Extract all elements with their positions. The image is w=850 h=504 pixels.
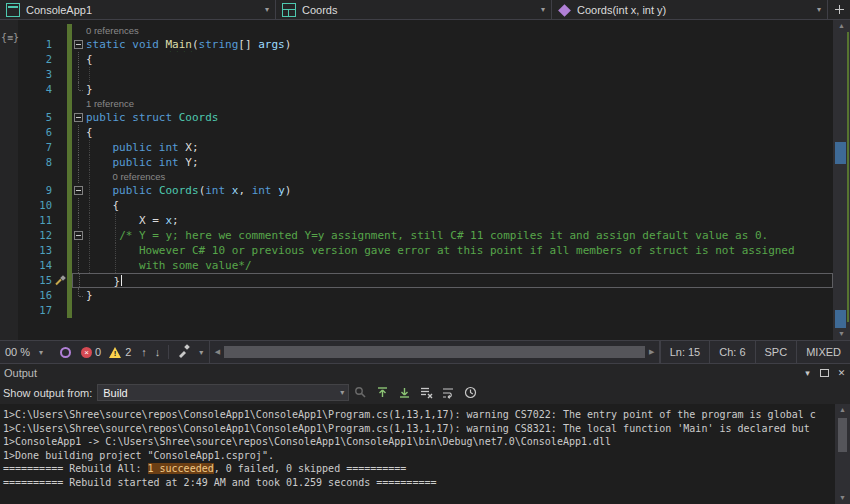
horizontal-scrollbar[interactable]: ◀ ▶ xyxy=(209,341,659,363)
codelens-row: 0 references xyxy=(0,24,833,37)
code-text: public Coords(int x, int y) xyxy=(86,183,833,198)
find-message-icon[interactable] xyxy=(350,383,371,402)
output-scrollbar[interactable]: ▲ ▼ xyxy=(835,404,850,504)
goto-next-message-icon[interactable] xyxy=(394,383,415,402)
code-cleanup-icon[interactable] xyxy=(177,344,191,360)
code-text: 0 references xyxy=(86,170,833,183)
horizontal-scrollbar-thumb[interactable] xyxy=(224,346,644,358)
line-number: 12 xyxy=(0,228,58,243)
code-line[interactable]: 8 public int Y; xyxy=(0,155,833,170)
code-line[interactable]: 12 /* Y = y; here we commented Y=y assig… xyxy=(0,228,833,243)
scroll-left-icon[interactable]: ◀ xyxy=(210,341,224,363)
column-indicator[interactable]: Ch: 6 xyxy=(709,341,754,363)
code-line[interactable]: 14 with some value*/ xyxy=(0,258,833,273)
scroll-down-icon[interactable]: ▼ xyxy=(833,329,850,339)
collapse-box-icon[interactable] xyxy=(74,40,83,49)
codelens-label[interactable]: 0 references xyxy=(86,170,165,183)
toggle-word-wrap-icon[interactable] xyxy=(438,383,459,402)
outlining-margin xyxy=(72,258,86,273)
code-line[interactable]: 13 However C# 10 or previous version gav… xyxy=(0,243,833,258)
chevron-down-icon: ▾ xyxy=(33,348,49,357)
warning-count[interactable]: 2 xyxy=(122,346,137,358)
indentation-indicator[interactable]: SPC xyxy=(755,341,797,363)
method-icon xyxy=(558,4,571,17)
code-editor[interactable]: {≡} 0 references1static void Main(string… xyxy=(0,20,850,340)
quick-actions-icon[interactable] xyxy=(55,275,66,286)
collapse-box-icon[interactable] xyxy=(74,231,83,240)
previous-issue-icon[interactable]: ↑ xyxy=(137,346,151,358)
code-text: public int Y; xyxy=(86,155,833,170)
member-dropdown[interactable]: Coords(int x, int y) ▾ xyxy=(552,0,828,19)
indent-guide xyxy=(89,198,90,213)
codelens-label[interactable]: 1 reference xyxy=(86,97,134,110)
visual-studio-window: ConsoleApp1 ▾ Coords ▾ Coords(int x, int… xyxy=(0,0,850,504)
float-window-icon[interactable] xyxy=(816,365,833,380)
line-number: 17 xyxy=(0,303,58,318)
code-line[interactable]: 2{ xyxy=(0,52,833,67)
csharp-project-icon xyxy=(6,3,20,17)
warning-icon[interactable] xyxy=(109,347,122,358)
collapse-box-icon[interactable] xyxy=(74,113,83,122)
code-line[interactable]: 3 xyxy=(0,67,833,82)
clear-all-icon[interactable] xyxy=(416,383,437,402)
code-line[interactable]: 7 public int X; xyxy=(0,140,833,155)
output-source-combobox[interactable]: Build ▾ xyxy=(97,384,349,401)
code-line[interactable]: 11 X = x; xyxy=(0,213,833,228)
type-dropdown[interactable]: Coords ▾ xyxy=(276,0,552,19)
indent-guide xyxy=(89,170,90,183)
chevron-down-icon[interactable]: ▾ xyxy=(799,365,816,380)
line-number: 10 xyxy=(0,198,58,213)
line-number xyxy=(0,170,58,183)
line-indicator[interactable]: Ln: 15 xyxy=(660,341,710,363)
collapse-box-icon[interactable] xyxy=(74,186,83,195)
outlining-margin xyxy=(72,82,86,97)
document-health-icon[interactable] xyxy=(60,347,71,358)
line-number: 14 xyxy=(0,258,58,273)
output-scrollbar-thumb[interactable] xyxy=(838,418,847,452)
scrollbar-marker xyxy=(835,142,846,164)
line-number: 4 xyxy=(0,82,58,97)
error-icon[interactable]: × xyxy=(81,347,92,358)
line-number xyxy=(0,24,58,37)
scroll-down-icon[interactable]: ▼ xyxy=(835,493,850,503)
outlining-margin xyxy=(72,24,86,37)
code-line[interactable]: 1static void Main(string[] args) xyxy=(0,37,833,52)
output-line: ========== Rebuild All: 1 succeeded, 0 f… xyxy=(3,462,834,476)
zoom-control[interactable]: 00 % ▾ xyxy=(0,346,54,358)
code-line[interactable]: 16} xyxy=(0,288,833,303)
line-ending-indicator[interactable]: MIXED xyxy=(796,341,850,363)
scroll-up-icon[interactable]: ▲ xyxy=(833,21,850,31)
scroll-right-icon[interactable]: ▶ xyxy=(645,341,659,363)
vertical-scrollbar[interactable]: ▲ ▼ xyxy=(833,20,850,340)
project-dropdown[interactable]: ConsoleApp1 ▾ xyxy=(0,0,276,19)
error-count[interactable]: 0 xyxy=(92,346,107,358)
timestamp-icon[interactable] xyxy=(460,383,481,402)
outlining-margin xyxy=(72,52,86,67)
code-line[interactable]: 17 xyxy=(0,303,833,318)
code-line[interactable]: 15 } xyxy=(0,273,833,288)
line-number: 16 xyxy=(0,288,58,303)
split-window-button[interactable] xyxy=(828,0,850,19)
code-line[interactable]: 4} xyxy=(0,82,833,97)
horizontal-scrollbar-track[interactable] xyxy=(224,346,644,358)
code-line[interactable]: 5public struct Coords xyxy=(0,110,833,125)
codelens-label[interactable]: 0 references xyxy=(86,24,139,37)
chevron-down-icon[interactable]: ▾ xyxy=(193,348,209,357)
code-line[interactable]: 6{ xyxy=(0,125,833,140)
output-panel-header[interactable]: Output ▾ ✕ xyxy=(0,364,850,381)
line-number: 9 xyxy=(0,183,58,198)
change-overview-marker xyxy=(847,32,849,322)
close-icon[interactable]: ✕ xyxy=(833,365,850,380)
code-text: { xyxy=(86,198,833,213)
code-line[interactable]: 9 public Coords(int x, int y) xyxy=(0,183,833,198)
scroll-up-icon[interactable]: ▲ xyxy=(835,405,850,415)
code-line[interactable]: 10 { xyxy=(0,198,833,213)
next-issue-icon[interactable]: ↓ xyxy=(151,346,165,358)
indent-guide xyxy=(89,140,90,155)
codelens-row: 0 references xyxy=(0,170,833,183)
goto-previous-message-icon[interactable] xyxy=(372,383,393,402)
scrollbar-marker xyxy=(835,310,846,328)
output-log[interactable]: 1>C:\Users\Shree\source\repos\ConsoleApp… xyxy=(0,404,850,504)
output-panel: Output ▾ ✕ Show output from: Build ▾ xyxy=(0,363,850,504)
outlining-margin xyxy=(72,110,86,125)
